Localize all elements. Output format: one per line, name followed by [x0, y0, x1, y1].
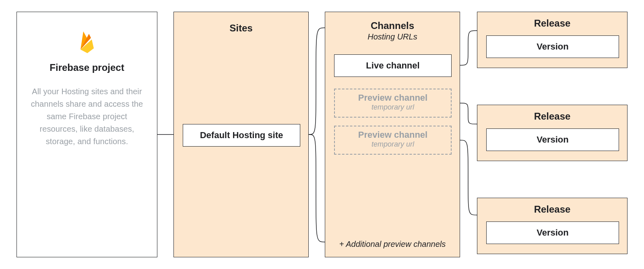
preview-channel-1-label: Preview channel — [335, 93, 451, 103]
connector-project-to-sites — [157, 132, 173, 137]
release-3-title: Release — [477, 204, 627, 215]
project-description: All your Hosting sites and their channel… — [17, 85, 157, 148]
release-3-version: Version — [486, 221, 619, 244]
release-1-version-label: Version — [487, 36, 619, 58]
release-2-title: Release — [477, 111, 627, 122]
release-box-3: Release Version — [477, 198, 627, 254]
firebase-flame-icon — [78, 30, 96, 55]
preview-channel-2-sub: temporary url — [335, 140, 451, 149]
preview-channel-2: Preview channel temporary url — [334, 126, 452, 155]
release-2-version-label: Version — [487, 129, 619, 151]
live-channel-label: Live channel — [334, 55, 451, 77]
firebase-project-box: Firebase project All your Hosting sites … — [17, 12, 157, 257]
release-box-1: Release Version — [477, 12, 627, 68]
default-hosting-site: Default Hosting site — [183, 124, 300, 147]
release-3-version-label: Version — [487, 222, 619, 244]
connector-sites-to-channels — [309, 12, 325, 257]
default-hosting-site-label: Default Hosting site — [183, 124, 300, 146]
preview-channel-1-sub: temporary url — [335, 103, 451, 112]
channels-additional: + Additional preview channels — [325, 240, 460, 249]
connector-live-to-release-1 — [460, 27, 477, 84]
preview-channel-2-label: Preview channel — [335, 130, 451, 140]
project-title: Firebase project — [50, 62, 124, 73]
connector-preview2-to-release-3 — [460, 136, 477, 221]
channels-box: Channels Hosting URLs Live channel Previ… — [325, 12, 460, 257]
release-1-title: Release — [477, 18, 627, 29]
channels-subtitle: Hosting URLs — [325, 32, 460, 41]
release-1-version: Version — [486, 35, 619, 58]
live-channel-box: Live channel — [334, 54, 452, 77]
channels-title: Channels — [325, 20, 460, 31]
sites-title: Sites — [174, 23, 308, 34]
release-2-version: Version — [486, 128, 619, 151]
preview-channel-1: Preview channel temporary url — [334, 89, 452, 118]
release-box-2: Release Version — [477, 105, 627, 161]
connector-preview1-to-release-2 — [460, 98, 477, 130]
sites-box: Sites Default Hosting site — [173, 12, 309, 257]
